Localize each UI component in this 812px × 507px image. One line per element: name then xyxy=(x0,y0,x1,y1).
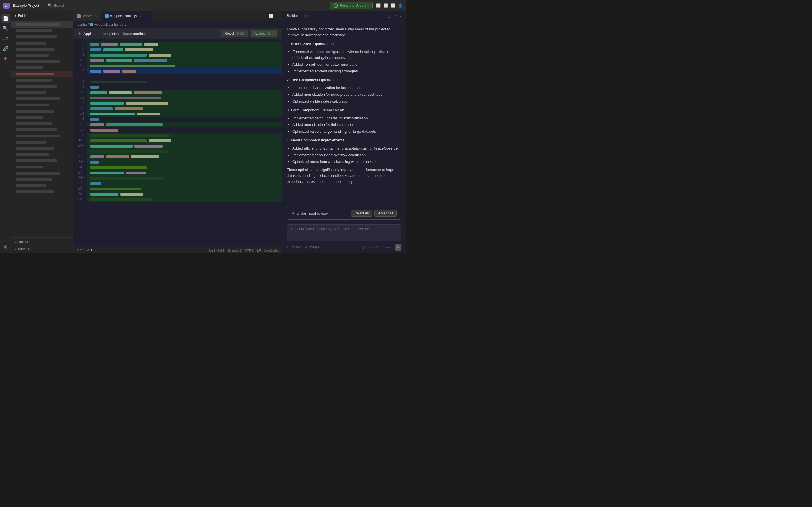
search-label: Search xyxy=(54,3,65,8)
outline-item[interactable]: › Outline xyxy=(11,239,73,245)
chat-input-area: # Context ⊞ Images ◎ Claude-3.5-Sonnet ➤ xyxy=(282,222,406,253)
file-language[interactable]: JavaScript xyxy=(264,249,278,252)
chat-messages: I have successfully optimized several ke… xyxy=(282,22,406,205)
webpack-tab-icon xyxy=(105,14,109,18)
restart-button[interactable]: ↻ Restart to Update › xyxy=(330,2,373,9)
chat-input-footer: # Context ⊞ Images ◎ Claude-3.5-Sonnet ➤ xyxy=(287,244,402,251)
list-item[interactable] xyxy=(11,77,73,83)
chat-input[interactable] xyxy=(287,224,402,241)
list-item[interactable] xyxy=(11,40,73,46)
send-button[interactable]: ➤ xyxy=(395,244,402,251)
reject-button[interactable]: Reject ⌘⌫ xyxy=(221,30,248,37)
list-item[interactable] xyxy=(11,59,73,65)
list-item[interactable] xyxy=(11,83,73,90)
tab-builder[interactable]: Builder xyxy=(287,13,298,19)
section-4-list: Added efficient horizontal menu adaptati… xyxy=(287,146,402,165)
reject-kbd: ⌘⌫ xyxy=(236,32,245,36)
accept-button[interactable]: Accept ⌘↵ xyxy=(251,30,277,37)
list-item[interactable] xyxy=(11,145,73,152)
send-icon: ➤ xyxy=(397,245,400,249)
tab-config[interactable]: .config × xyxy=(73,11,101,21)
tab-chat[interactable]: Chat xyxy=(303,14,310,19)
list-item[interactable] xyxy=(11,170,73,176)
list-item[interactable] xyxy=(11,27,73,34)
folder-label: ▾ Folder xyxy=(15,14,28,18)
list-item[interactable] xyxy=(11,158,73,164)
reject-all-button[interactable]: Reject All xyxy=(351,210,372,217)
chat-close-icon[interactable]: × xyxy=(399,14,402,18)
breadcrumb-root[interactable]: .config xyxy=(77,22,87,26)
tab-webpack-settings-icon[interactable]: ⚙ xyxy=(140,14,143,18)
activity-grid-icon[interactable]: ⊞ xyxy=(1,242,10,251)
timeline-chevron-icon: › xyxy=(15,247,16,251)
list-item[interactable] xyxy=(11,133,73,139)
accept-all-button[interactable]: Accept All xyxy=(374,210,397,217)
search-bar[interactable]: 🔍 Search xyxy=(48,3,65,8)
breadcrumb-ellipsis[interactable]: ... xyxy=(124,22,127,26)
list-item[interactable] xyxy=(11,108,73,114)
project-name-button[interactable]: Example Project ▾ xyxy=(12,3,42,8)
table-row xyxy=(87,175,282,181)
chat-history-icon[interactable]: ↺ xyxy=(393,14,396,18)
list-item[interactable] xyxy=(11,34,73,40)
table-row xyxy=(87,68,282,74)
table-row xyxy=(87,133,282,138)
context-button[interactable]: # Context xyxy=(287,245,301,249)
sidebar-right-icon[interactable]: ⬜ xyxy=(391,3,395,8)
chat-share-icon[interactable]: ⬡ xyxy=(388,14,391,18)
list-item[interactable] xyxy=(11,139,73,145)
list-item[interactable] xyxy=(11,182,73,189)
line-ending: LF xyxy=(257,249,261,252)
list-item[interactable] xyxy=(11,52,73,59)
confirm-spark-icon: ✦ xyxy=(78,31,81,36)
list-item[interactable] xyxy=(11,121,73,127)
section-title-3: 3. Form Component Enhancement: xyxy=(287,107,402,113)
review-actions: Reject All Accept All xyxy=(351,210,397,217)
split-editor-icon[interactable]: ⬜ xyxy=(269,14,273,18)
sidebar-left-icon[interactable]: ⬜ xyxy=(376,3,380,8)
code-content[interactable]: — xyxy=(87,40,282,247)
tab-bar: .config × webpack.config.js ⚙ ··· ⬜ ··· xyxy=(73,11,282,21)
timeline-item[interactable]: › Timeline xyxy=(11,245,73,252)
list-item[interactable] xyxy=(11,21,73,27)
images-button[interactable]: ⊞ Images xyxy=(305,245,319,249)
activity-settings-icon[interactable]: ⚙ xyxy=(1,54,10,63)
user-icon[interactable]: 👤 xyxy=(398,3,403,8)
list-item[interactable] xyxy=(11,176,73,182)
chat-header-actions: ⬡ ↺ × xyxy=(388,14,402,18)
review-chevron-icon[interactable]: › xyxy=(329,212,330,215)
indent-spaces: Spaces: 2 xyxy=(228,249,242,252)
list-item[interactable] xyxy=(11,46,73,52)
status-left: ⊘ 11 ⚠ 1 xyxy=(77,248,92,252)
file-panel-options-icon[interactable]: ⋮⋮ xyxy=(62,13,70,18)
list-item: Optimized value change handling for larg… xyxy=(292,129,402,135)
activity-git-icon[interactable]: ⎇ xyxy=(1,34,10,43)
titlebar-divider xyxy=(45,3,45,8)
list-item[interactable] xyxy=(11,96,73,102)
layout-icon[interactable]: ⬜ xyxy=(384,3,388,8)
list-item[interactable] xyxy=(11,71,73,77)
list-item[interactable] xyxy=(11,127,73,133)
status-warnings[interactable]: ⚠ 1 xyxy=(87,248,92,252)
review-badge: ✦ 2 files need review › xyxy=(292,211,351,216)
list-item: Implemented virtualization for large dat… xyxy=(292,85,402,91)
activity-files-icon[interactable]: 📄 xyxy=(1,13,10,22)
section-title-2: 2. Tree Component Optimization: xyxy=(287,77,402,83)
tab-more-options-icon[interactable]: ··· xyxy=(275,14,278,18)
search-icon: 🔍 xyxy=(48,3,52,8)
list-item[interactable] xyxy=(11,189,73,195)
list-item[interactable] xyxy=(11,90,73,96)
tab-webpack[interactable]: webpack.config.js ⚙ ··· xyxy=(101,11,151,21)
list-item[interactable] xyxy=(11,152,73,158)
tab-config-close-icon[interactable]: × xyxy=(95,14,97,18)
list-item: Added efficient horizontal menu adaptati… xyxy=(292,146,402,152)
activity-extensions-icon[interactable]: 🔗 xyxy=(1,44,10,53)
list-item[interactable] xyxy=(11,164,73,170)
breadcrumb-file[interactable]: webpack.config.js xyxy=(94,22,121,26)
activity-search-icon[interactable]: 🔍 xyxy=(1,24,10,33)
list-item[interactable] xyxy=(11,114,73,121)
status-errors[interactable]: ⊘ 11 xyxy=(77,248,84,252)
list-item[interactable] xyxy=(11,102,73,108)
chat-model-info: ◎ Claude-3.5-Sonnet xyxy=(362,245,391,249)
list-item[interactable] xyxy=(11,65,73,71)
